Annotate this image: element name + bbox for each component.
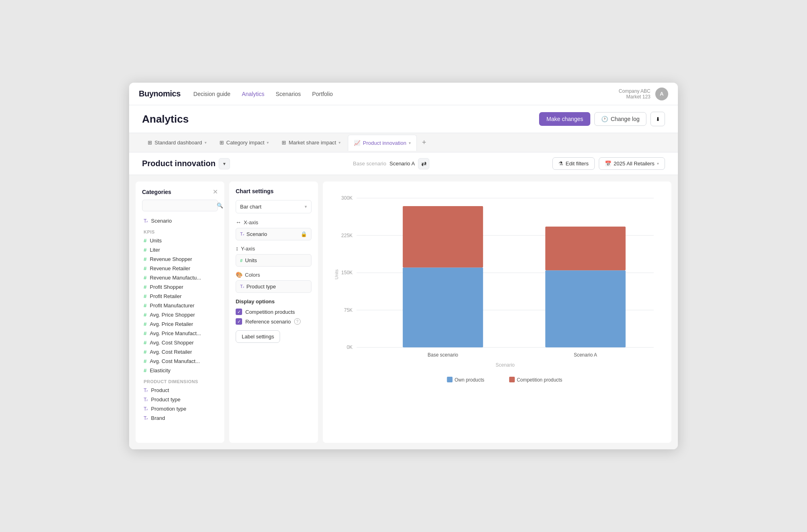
- list-item[interactable]: # Avg. Cost Manufact...: [142, 357, 218, 366]
- list-item[interactable]: # Avg. Price Shopper: [142, 310, 218, 319]
- tabs-bar: ⊞ Standard dashboard ▾ ⊞ Category impact…: [129, 133, 678, 152]
- download-button[interactable]: ⬇: [650, 112, 665, 126]
- text-icon: Tᵣ: [144, 415, 148, 421]
- text-icon: Tᵣ: [144, 406, 148, 412]
- chart-settings-title: Chart settings: [236, 188, 312, 194]
- text-icon: Tᵣ: [144, 397, 148, 403]
- close-categories-button[interactable]: ✕: [213, 188, 218, 196]
- page-title: Analytics: [142, 113, 189, 125]
- add-tab-button[interactable]: +: [418, 137, 430, 148]
- sub-header: Product innovation ▾ Base scenario Scena…: [129, 152, 678, 175]
- tab-market-share-impact[interactable]: ⊞ Market share impact ▾: [276, 135, 346, 151]
- list-item[interactable]: # Avg. Price Retailer: [142, 319, 218, 329]
- bar-scenario-a-red: [545, 227, 625, 270]
- help-icon[interactable]: ?: [294, 318, 301, 325]
- list-item[interactable]: # Avg. Cost Retailer: [142, 347, 218, 357]
- chart-icon: 📈: [354, 140, 360, 146]
- text-icon: Tᵣ: [144, 388, 148, 393]
- checkmark-icon: ✓: [237, 309, 241, 315]
- nav-analytics[interactable]: Analytics: [242, 89, 264, 99]
- x-axis-value[interactable]: Tᵣ Scenario 🔒: [236, 228, 312, 240]
- svg-text:Scenario A: Scenario A: [574, 352, 597, 358]
- hash-icon: #: [144, 238, 146, 244]
- svg-text:300K: 300K: [341, 195, 353, 201]
- change-log-button[interactable]: 🕐 Change log: [594, 112, 646, 126]
- list-item[interactable]: # Revenue Shopper: [142, 255, 218, 264]
- colors-label: 🎨 Colors: [236, 271, 312, 278]
- list-item[interactable]: # Revenue Retailer: [142, 264, 218, 273]
- list-item[interactable]: # Avg. Cost Shopper: [142, 338, 218, 347]
- categories-search-input[interactable]: [146, 202, 214, 209]
- make-changes-button[interactable]: Make changes: [539, 112, 590, 126]
- main-content: Categories ✕ 🔍 Tᵣ Scenario KPIs # Units …: [129, 175, 678, 449]
- retailer-selector-button[interactable]: 📅 2025 All Retailers ▾: [599, 157, 665, 170]
- list-item[interactable]: # Profit Manufacturer: [142, 301, 218, 310]
- company-info: Company ABC Market 123: [619, 88, 650, 100]
- nav-decision-guide[interactable]: Decision guide: [193, 89, 230, 99]
- svg-text:Competition products: Competition products: [517, 377, 562, 383]
- scenario-label: Base scenario: [353, 161, 386, 167]
- list-item[interactable]: Tᵣ Product type: [142, 395, 218, 404]
- tab-product-innovation[interactable]: 📈 Product innovation ▾: [348, 135, 417, 151]
- x-axis-icon: ↔: [236, 219, 241, 225]
- calendar-icon: 📅: [605, 161, 611, 167]
- edit-filters-button[interactable]: ⚗ Edit filters: [552, 157, 595, 170]
- company-name: Company ABC: [619, 88, 650, 94]
- y-axis-icon: ↕: [236, 245, 238, 252]
- competition-products-checkbox[interactable]: ✓: [236, 309, 242, 315]
- swap-scenarios-button[interactable]: ⇄: [418, 158, 429, 169]
- bar-base-blue: [403, 267, 483, 347]
- sub-title-chevron[interactable]: ▾: [219, 158, 230, 169]
- categories-panel: Categories ✕ 🔍 Tᵣ Scenario KPIs # Units …: [136, 182, 224, 443]
- chevron-down-icon: ▾: [223, 161, 226, 167]
- chart-panel: 300K 225K 150K 75K 0K Units: [323, 182, 671, 443]
- label-settings-button[interactable]: Label settings: [236, 330, 280, 343]
- nav-portfolio[interactable]: Portfolio: [312, 89, 332, 99]
- svg-rect-16: [509, 377, 515, 382]
- checkmark-icon: ✓: [237, 319, 241, 324]
- text-icon: Tᵣ: [144, 218, 148, 224]
- hash-icon: #: [144, 358, 146, 364]
- tab-category-impact[interactable]: ⊞ Category impact ▾: [214, 135, 275, 151]
- avatar[interactable]: A: [655, 88, 668, 100]
- text-icon: Tᵣ: [240, 284, 244, 289]
- list-item[interactable]: # Liter: [142, 245, 218, 255]
- chevron-down-icon: ▾: [339, 140, 341, 145]
- tab-standard-dashboard[interactable]: ⊞ Standard dashboard ▾: [142, 135, 212, 151]
- list-item[interactable]: # Profit Retailer: [142, 292, 218, 301]
- list-item[interactable]: # Profit Shopper: [142, 282, 218, 292]
- filter-icon: ⚗: [558, 161, 563, 167]
- text-icon: Tᵣ: [240, 232, 244, 237]
- scenario-value: Scenario A: [389, 161, 415, 167]
- display-options-title: Display options: [236, 298, 312, 305]
- bar-base-red: [403, 206, 483, 267]
- list-item[interactable]: # Units: [142, 236, 218, 245]
- hash-icon: #: [144, 312, 146, 318]
- hash-icon: #: [144, 256, 146, 262]
- list-item[interactable]: # Revenue Manufactu...: [142, 273, 218, 282]
- hash-icon: #: [144, 265, 146, 271]
- chevron-down-icon: ▾: [205, 140, 207, 145]
- colors-value[interactable]: Tᵣ Product type: [236, 280, 312, 293]
- list-item[interactable]: # Avg. Price Manufact...: [142, 329, 218, 338]
- list-item[interactable]: Tᵣ Brand: [142, 413, 218, 423]
- list-item[interactable]: # Elasticity: [142, 366, 218, 375]
- filter-actions: ⚗ Edit filters 📅 2025 All Retailers ▾: [552, 157, 665, 170]
- hash-icon: #: [144, 330, 146, 336]
- bar-scenario-a-blue: [545, 270, 625, 347]
- y-axis-value[interactable]: # Units: [236, 254, 312, 267]
- svg-text:225K: 225K: [341, 233, 353, 238]
- reference-scenario-checkbox[interactable]: ✓: [236, 318, 242, 325]
- list-item[interactable]: Tᵣ Product: [142, 386, 218, 395]
- x-axis-section: ↔ X-axis Tᵣ Scenario 🔒: [236, 219, 312, 240]
- chart-type-selector[interactable]: Bar chart ▾: [236, 200, 312, 213]
- svg-text:150K: 150K: [341, 270, 353, 275]
- nav-scenarios[interactable]: Scenarios: [276, 89, 301, 99]
- bar-chart: 300K 225K 150K 75K 0K Units: [332, 190, 662, 399]
- list-item[interactable]: Tᵣ Promotion type: [142, 404, 218, 413]
- clock-icon: 🕐: [601, 116, 608, 122]
- hash-icon: #: [144, 367, 146, 373]
- list-item[interactable]: Tᵣ Scenario: [142, 216, 218, 225]
- hash-icon: #: [144, 284, 146, 290]
- sub-title-area: Product innovation ▾: [142, 158, 230, 169]
